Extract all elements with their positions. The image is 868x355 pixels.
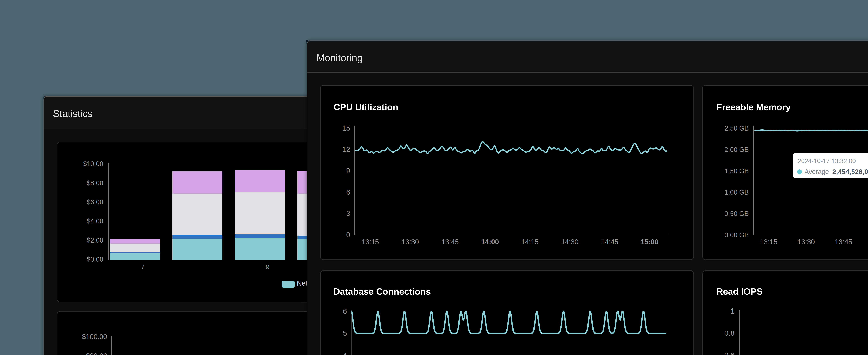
svg-text:1.50 GB: 1.50 GB: [724, 167, 749, 174]
svg-text:$100.00: $100.00: [82, 333, 107, 341]
svg-text:$4.00: $4.00: [87, 218, 103, 225]
svg-text:9: 9: [346, 167, 350, 175]
svg-text:$2.00: $2.00: [87, 236, 103, 244]
svg-text:$80.00: $80.00: [86, 352, 107, 355]
svg-text:$10.00: $10.00: [83, 160, 103, 167]
svg-text:0.50 GB: 0.50 GB: [724, 210, 749, 217]
svg-text:CPU Utilization: CPU Utilization: [334, 102, 398, 112]
svg-text:Freeable Memory: Freeable Memory: [716, 102, 791, 112]
svg-text:15: 15: [342, 124, 350, 132]
svg-text:Read IOPS: Read IOPS: [716, 286, 763, 296]
svg-text:13:30: 13:30: [797, 238, 815, 246]
svg-text:Database Connections: Database Connections: [334, 286, 431, 296]
svg-text:$6.00: $6.00: [87, 198, 103, 206]
svg-text:13:45: 13:45: [441, 238, 459, 246]
svg-text:14:15: 14:15: [521, 238, 538, 246]
svg-text:15:00: 15:00: [641, 238, 658, 246]
svg-text:12: 12: [342, 145, 350, 154]
svg-text:5: 5: [343, 329, 347, 337]
svg-text:0: 0: [346, 231, 350, 239]
svg-text:13:45: 13:45: [835, 238, 852, 246]
svg-text:14:00: 14:00: [481, 238, 499, 246]
svg-text:2.50 GB: 2.50 GB: [724, 125, 749, 132]
svg-text:13:30: 13:30: [402, 238, 419, 246]
svg-text:14:30: 14:30: [561, 238, 579, 246]
svg-text:0.6: 0.6: [724, 351, 735, 355]
svg-text:0.00 GB: 0.00 GB: [724, 231, 749, 239]
svg-text:$0.00: $0.00: [87, 256, 103, 263]
svg-text:13:15: 13:15: [362, 238, 379, 246]
svg-text:13:15: 13:15: [760, 238, 777, 246]
svg-text:0.8: 0.8: [724, 329, 735, 337]
svg-text:3: 3: [346, 209, 350, 218]
svg-text:6: 6: [346, 188, 350, 196]
svg-text:2.00 GB: 2.00 GB: [724, 146, 749, 153]
svg-text:6: 6: [343, 307, 347, 315]
svg-text:1.00 GB: 1.00 GB: [724, 189, 749, 196]
svg-text:7: 7: [141, 263, 145, 271]
svg-text:4: 4: [343, 351, 347, 355]
svg-text:$8.00: $8.00: [87, 179, 103, 187]
svg-text:1: 1: [731, 307, 735, 315]
svg-text:14:45: 14:45: [601, 238, 618, 246]
svg-text:9: 9: [266, 263, 270, 271]
